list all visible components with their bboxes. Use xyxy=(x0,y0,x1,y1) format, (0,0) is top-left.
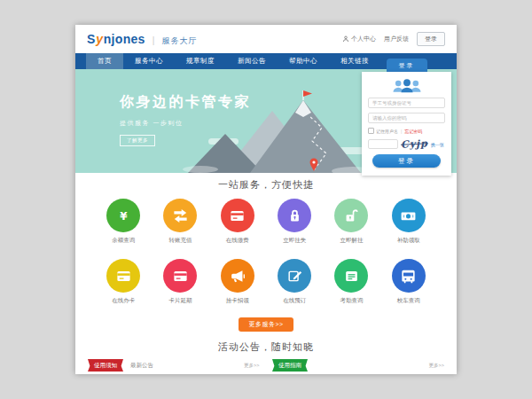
service-item[interactable]: 补助领取 xyxy=(380,199,437,245)
service-item[interactable]: ¥余额查询 xyxy=(95,199,152,245)
service-label: 立即解挂 xyxy=(340,237,363,245)
usage-notice-tab[interactable]: 使用须知 xyxy=(88,359,123,372)
captcha-refresh-link[interactable]: 换一张 xyxy=(431,142,444,147)
right-more-link[interactable]: 更多>> xyxy=(429,363,444,369)
service-item[interactable]: 转账充值 xyxy=(152,199,208,245)
service-label: 立即挂失 xyxy=(283,237,306,245)
service-label: 补助领取 xyxy=(397,237,420,245)
services-section: 一站服务，方便快捷 ¥余额查询转账充值在线缴费立即挂失立即解挂补助领取在线办卡卡… xyxy=(75,173,457,332)
service-label: 在线预订 xyxy=(283,297,306,305)
nav-item-3[interactable]: 新闻公告 xyxy=(226,53,278,69)
svg-text:¥: ¥ xyxy=(120,209,128,222)
transfer-arrows-icon xyxy=(163,199,197,232)
header-login-button[interactable]: 登录 xyxy=(417,32,445,46)
logo-text: S xyxy=(87,32,96,46)
bank-card-icon xyxy=(221,199,254,232)
latest-announcements-tab[interactable]: 最新公告 xyxy=(130,362,153,370)
service-item[interactable]: 立即挂失 xyxy=(266,199,323,245)
synjones-logo: Synjones | 服务大厅 xyxy=(87,32,198,47)
nav-item-1[interactable]: 服务中心 xyxy=(123,53,175,69)
login-submit-button[interactable]: 登录 xyxy=(372,154,441,168)
more-services-wrap: 更多服务>> xyxy=(75,314,457,332)
service-item[interactable]: 考勤查询 xyxy=(323,259,379,305)
announcement-tabs: 使用须知 最新公告 更多>> 使用指南 更多>> xyxy=(75,359,457,374)
announcements-title: 活动公告，随时知晓 xyxy=(75,340,457,354)
service-item[interactable]: 校车查询 xyxy=(380,259,437,305)
usage-guide-tab[interactable]: 使用指南 xyxy=(272,359,308,372)
site-name: 服务大厅 xyxy=(162,35,198,47)
service-label: 在线缴费 xyxy=(226,237,249,245)
service-label: 余额查询 xyxy=(112,237,135,245)
service-label: 卡片延期 xyxy=(168,297,192,305)
services-grid: ¥余额查询转账充值在线缴费立即挂失立即解挂补助领取在线办卡卡片延期拾卡招领在线预… xyxy=(75,192,457,305)
announcements-section: 活动公告，随时知晓 使用须知 最新公告 更多>> 使用指南 更多>> xyxy=(75,340,457,374)
captcha-row: Cyjp 换一张 xyxy=(368,138,445,150)
hero-text-block: 你身边的卡管专家 提供服务 一步到位 了解更多 xyxy=(120,93,251,146)
nav-item-0[interactable]: 首页 xyxy=(86,53,123,69)
bus-icon xyxy=(392,259,426,293)
service-label: 校车查询 xyxy=(397,297,420,305)
service-label: 拾卡招领 xyxy=(226,297,249,305)
yuan-icon: ¥ xyxy=(106,199,140,232)
banknote-icon xyxy=(392,199,426,232)
service-label: 转账充值 xyxy=(168,237,192,245)
users-group-icon xyxy=(391,78,423,93)
user-icon xyxy=(342,35,349,43)
login-panel: 登录 记住用户名 | 忘记密码 Cyjp 换一张 登录 xyxy=(362,59,451,176)
service-item[interactable]: 在线办卡 xyxy=(95,259,152,305)
schedule-icon xyxy=(334,259,368,293)
more-services-button[interactable]: 更多服务>> xyxy=(239,317,293,332)
service-label: 考勤查询 xyxy=(340,297,363,305)
hero-subtitle: 提供服务 一步到位 xyxy=(120,119,251,128)
password-input[interactable] xyxy=(368,113,445,123)
logo-accent: y xyxy=(96,32,103,46)
hero-cta-button[interactable]: 了解更多 xyxy=(120,135,155,146)
remember-label: 记住用户名 xyxy=(376,129,398,134)
captcha-input[interactable] xyxy=(368,139,398,149)
unlock-icon xyxy=(334,199,368,232)
username-input[interactable] xyxy=(368,98,445,108)
service-item[interactable]: 立即解挂 xyxy=(323,199,379,245)
bank-card-icon xyxy=(163,259,197,293)
nav-item-2[interactable]: 规章制度 xyxy=(175,53,226,69)
top-bar: Synjones | 服务大厅 个人中心 用户反馈 登录 xyxy=(75,25,457,53)
left-more-link[interactable]: 更多>> xyxy=(244,363,259,369)
bank-card-icon xyxy=(106,259,140,293)
user-feedback-link[interactable]: 用户反馈 xyxy=(384,35,409,43)
service-item[interactable]: 在线预订 xyxy=(266,259,323,305)
login-tab[interactable]: 登录 xyxy=(387,59,427,72)
login-form: 记住用户名 | 忘记密码 Cyjp 换一张 登录 xyxy=(362,72,451,176)
service-item[interactable]: 在线缴费 xyxy=(209,199,266,245)
logo-text: njones xyxy=(104,32,145,46)
service-label: 在线办卡 xyxy=(112,297,135,305)
hero-title: 你身边的卡管专家 xyxy=(120,93,251,112)
portal-page: Synjones | 服务大厅 个人中心 用户反馈 登录 首页服务中心规章制度新… xyxy=(75,25,457,374)
lock-icon xyxy=(278,199,311,232)
forgot-password-link[interactable]: 忘记密码 xyxy=(404,129,422,134)
nav-item-4[interactable]: 帮助中心 xyxy=(278,53,329,69)
remember-row: 记住用户名 | 忘记密码 xyxy=(368,128,445,134)
captcha-image[interactable]: Cyjp xyxy=(401,137,428,151)
megaphone-icon xyxy=(221,259,254,293)
remember-checkbox[interactable] xyxy=(368,128,374,134)
separator: | xyxy=(401,129,402,134)
service-item[interactable]: 拾卡招领 xyxy=(209,259,266,305)
service-item[interactable]: 卡片延期 xyxy=(152,259,208,305)
services-title: 一站服务，方便快捷 xyxy=(75,178,457,192)
top-right-links: 个人中心 用户反馈 登录 xyxy=(342,32,445,46)
personal-center-link[interactable]: 个人中心 xyxy=(342,35,376,43)
edit-icon xyxy=(278,259,311,293)
logo-divider: | xyxy=(153,35,155,45)
